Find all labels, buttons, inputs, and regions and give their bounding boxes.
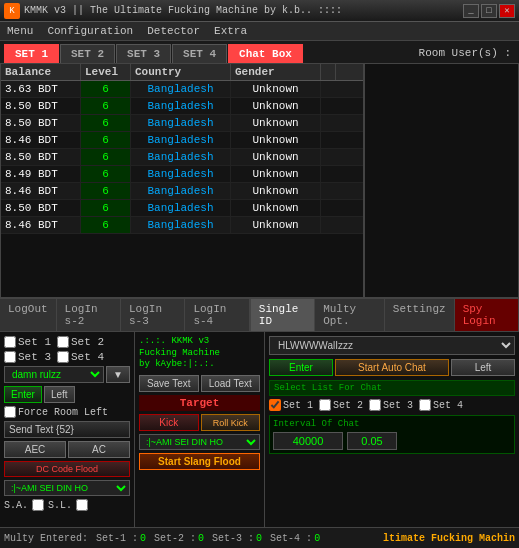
set2-checkbox-label[interactable]: Set 2 bbox=[57, 336, 104, 348]
send-text-button[interactable]: Send Text {52} bbox=[4, 421, 130, 438]
menu-item-detector[interactable]: Detector bbox=[144, 24, 203, 38]
tab-login-s3[interactable]: LogIn s-3 bbox=[121, 299, 185, 331]
chat-set1-label[interactable]: Set 1 bbox=[269, 399, 313, 411]
table-body[interactable]: 3.63 BDT 6 Bangladesh Unknown 8.50 BDT 6… bbox=[1, 81, 363, 276]
chat-left-button[interactable]: Left bbox=[451, 359, 515, 376]
set1-checkbox[interactable] bbox=[4, 336, 16, 348]
ac-button[interactable]: AC bbox=[68, 441, 130, 458]
chat-set-checkboxes: Set 1 Set 2 Set 3 Set 4 bbox=[269, 399, 515, 411]
set4-checkbox[interactable] bbox=[57, 351, 69, 363]
kick-button[interactable]: Kick bbox=[139, 414, 199, 431]
set4-checkbox-label[interactable]: Set 4 bbox=[57, 351, 104, 363]
maximize-button[interactable]: □ bbox=[481, 4, 497, 18]
menu-item-menu[interactable]: Menu bbox=[4, 24, 36, 38]
title-controls: _ □ ✕ bbox=[463, 4, 515, 18]
app-icon: K bbox=[4, 3, 20, 19]
right-main-panel: HLWWWWalIzzz Enter Start Auto Chat Left … bbox=[265, 332, 519, 527]
chat-set3-label[interactable]: Set 3 bbox=[369, 399, 413, 411]
header-balance: Balance bbox=[1, 64, 81, 80]
room-users-label: Room User(s) : bbox=[415, 44, 515, 63]
save-text-button[interactable]: Save Text bbox=[139, 375, 199, 392]
interval-inputs bbox=[273, 432, 511, 450]
tab-single-id[interactable]: Single ID bbox=[251, 299, 315, 331]
table-row[interactable]: 8.50 BDT 6 Bangladesh Unknown bbox=[1, 115, 363, 132]
tab-set2[interactable]: SET 2 bbox=[60, 44, 115, 63]
tab-login-s4[interactable]: LogIn s-4 bbox=[185, 299, 249, 331]
dc-code-flood-button[interactable]: DC Code Flood bbox=[4, 461, 130, 477]
tab-set3[interactable]: SET 3 bbox=[116, 44, 171, 63]
table-row[interactable]: 3.63 BDT 6 Bangladesh Unknown bbox=[1, 81, 363, 98]
menu-item-configuration[interactable]: Configuration bbox=[44, 24, 136, 38]
chat-id-combo[interactable]: HLWWWWalIzzz bbox=[269, 336, 515, 355]
table-row[interactable]: 8.50 BDT 6 Bangladesh Unknown bbox=[1, 200, 363, 217]
close-button[interactable]: ✕ bbox=[499, 4, 515, 18]
chat-enter-button[interactable]: Enter bbox=[269, 359, 333, 376]
start-auto-chat-button[interactable]: Start Auto Chat bbox=[335, 359, 449, 376]
interval-input-2[interactable] bbox=[347, 432, 397, 450]
dc-row: DC Code Flood bbox=[4, 461, 130, 477]
tab-logout[interactable]: LogOut bbox=[0, 299, 57, 331]
tab-settingz[interactable]: Settingz bbox=[385, 299, 455, 331]
tab-spy-login[interactable]: Spy Login bbox=[455, 299, 519, 331]
chat-set4-label[interactable]: Set 4 bbox=[419, 399, 463, 411]
enter-button[interactable]: Enter bbox=[4, 386, 42, 403]
menu-item-extra[interactable]: Extra bbox=[211, 24, 250, 38]
left-button[interactable]: Left bbox=[44, 386, 75, 403]
tab-chatbox[interactable]: Chat Box bbox=[228, 44, 303, 63]
table-row[interactable]: 8.49 BDT 6 Bangladesh Unknown bbox=[1, 166, 363, 183]
aec-button[interactable]: AEC bbox=[4, 441, 66, 458]
minimize-button[interactable]: _ bbox=[463, 4, 479, 18]
force-room-checkbox[interactable] bbox=[4, 406, 16, 418]
status-right-text: ltimate Fucking Machin bbox=[383, 533, 515, 544]
status-bar: Multy Entered: Set-1 : 0 Set-2 : 0 Set-3… bbox=[0, 527, 519, 548]
ami-sei-dropdown[interactable]: :|~AMI SEI DIN HO bbox=[139, 434, 260, 450]
header-country: Country bbox=[131, 64, 231, 80]
chat-set2-checkbox[interactable] bbox=[319, 399, 331, 411]
set-checkboxes-row2: Set 3 Set 4 bbox=[4, 351, 130, 363]
tab-login-s2[interactable]: LogIn s-2 bbox=[57, 299, 121, 331]
set1-checkbox-label[interactable]: Set 1 bbox=[4, 336, 51, 348]
header-level: Level bbox=[81, 64, 131, 80]
sa-label: S.A. bbox=[4, 500, 28, 511]
aec-row: AEC AC bbox=[4, 441, 130, 458]
chat-set1-checkbox[interactable] bbox=[269, 399, 281, 411]
sa-checkbox[interactable] bbox=[32, 499, 44, 511]
dropdown-arrow[interactable]: ▼ bbox=[106, 366, 130, 383]
interval-input-1[interactable] bbox=[273, 432, 343, 450]
table-row[interactable]: 8.46 BDT 6 Bangladesh Unknown bbox=[1, 183, 363, 200]
bottom-tabs: LogOut LogIn s-2 LogIn s-3 LogIn s-4 Sin… bbox=[0, 298, 519, 332]
middle-panel: .:.:. KKMK v3 Fucking Machine by kAybe:|… bbox=[135, 332, 265, 527]
chat-set3-checkbox[interactable] bbox=[369, 399, 381, 411]
set2-checkbox[interactable] bbox=[57, 336, 69, 348]
save-load-row: Save Text Load Text bbox=[139, 375, 260, 392]
tab-set4[interactable]: SET 4 bbox=[172, 44, 227, 63]
set-checkboxes-row1: Set 1 Set 2 bbox=[4, 336, 130, 348]
interval-section: Interval Of Chat bbox=[269, 415, 515, 454]
title-bar: K KMMK v3 || The Ultimate Fucking Machin… bbox=[0, 0, 519, 22]
title-text: KMMK v3 || The Ultimate Fucking Machine … bbox=[24, 5, 342, 16]
table-row[interactable]: 8.50 BDT 6 Bangladesh Unknown bbox=[1, 98, 363, 115]
tab-multy-opt[interactable]: Multy Opt. bbox=[315, 299, 385, 331]
roll-kick-button[interactable]: Roll Kick bbox=[201, 414, 261, 431]
sl-checkbox[interactable] bbox=[76, 499, 88, 511]
title-bar-left: K KMMK v3 || The Ultimate Fucking Machin… bbox=[4, 3, 342, 19]
set3-checkbox[interactable] bbox=[4, 351, 16, 363]
main-dropdown[interactable]: damn rulzz bbox=[4, 366, 104, 383]
sei-din-dropdown[interactable]: :|~AMI SEI DIN HO bbox=[4, 480, 130, 496]
tab-set1[interactable]: SET 1 bbox=[4, 44, 59, 63]
set-tabs: SET 1 SET 2 SET 3 SET 4 Chat Box bbox=[4, 44, 411, 63]
user-table: Balance Level Country Gender 3.63 BDT 6 … bbox=[0, 63, 364, 298]
sl-label: S.L. bbox=[48, 500, 72, 511]
status-set1: Set-1 : 0 bbox=[96, 533, 146, 544]
chat-set2-label[interactable]: Set 2 bbox=[319, 399, 363, 411]
start-slang-flood-button[interactable]: Start Slang Flood bbox=[139, 453, 260, 470]
table-row[interactable]: 8.46 BDT 6 Bangladesh Unknown bbox=[1, 132, 363, 149]
table-row[interactable]: 8.50 BDT 6 Bangladesh Unknown bbox=[1, 149, 363, 166]
status-set2: Set-2 : 0 bbox=[154, 533, 204, 544]
load-text-button[interactable]: Load Text bbox=[201, 375, 261, 392]
table-row[interactable]: 8.46 BDT 6 Bangladesh Unknown bbox=[1, 217, 363, 234]
chat-set4-checkbox[interactable] bbox=[419, 399, 431, 411]
menu-bar: Menu Configuration Detector Extra bbox=[0, 22, 519, 41]
set3-checkbox-label[interactable]: Set 3 bbox=[4, 351, 51, 363]
content-area: Set 1 Set 2 Set 3 Set 4 damn rulzz ▼ bbox=[0, 332, 519, 527]
